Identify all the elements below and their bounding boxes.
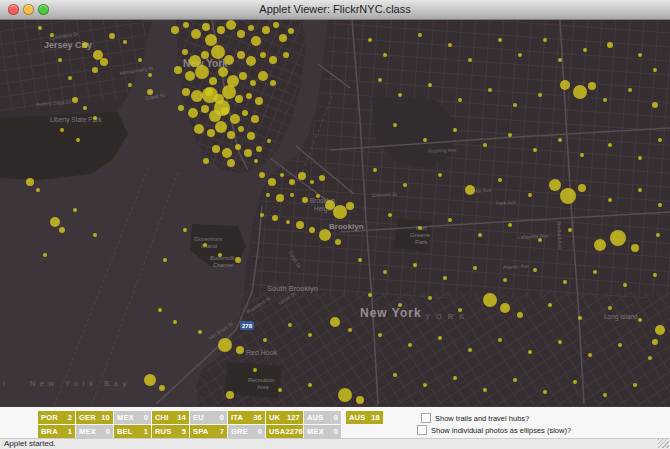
zoom-button[interactable] (38, 4, 49, 15)
photo-dot (198, 330, 202, 334)
photo-dot (144, 374, 156, 386)
minimize-button[interactable] (23, 4, 34, 15)
photo-dot (217, 26, 225, 34)
photo-dot (610, 230, 626, 246)
country-code: ITA (231, 413, 243, 422)
photo-dot (653, 68, 657, 72)
svg-text:Channel: Channel (213, 262, 234, 268)
country-count: 18 (371, 413, 380, 422)
svg-text:278: 278 (242, 323, 253, 329)
country-toggle-aus[interactable]: AUS18 (346, 411, 383, 424)
photo-dot (638, 188, 642, 192)
photo-dot (403, 183, 407, 187)
photo-dot (238, 126, 244, 132)
photo-dot (448, 218, 452, 222)
ellipses-checkbox-label: Show individual photos as ellipses (slow… (431, 426, 571, 435)
photo-dot (528, 193, 532, 197)
photo-dot (83, 106, 87, 110)
photo-dot (211, 45, 225, 59)
country-toggle-uk[interactable]: UK127 (266, 411, 303, 424)
window-titlebar[interactable]: Applet Viewer: FlickrNYC.class (0, 0, 670, 20)
country-table: POR2GER10MEX0CHI14EU0ITA36UK127AUS0AUS18… (38, 411, 384, 439)
photo-dot (483, 143, 487, 147)
close-button[interactable] (8, 4, 19, 15)
photo-dot (558, 138, 562, 142)
resize-grip[interactable] (658, 439, 669, 448)
country-code: SPA (193, 427, 208, 436)
country-toggle-bel[interactable]: BEL1 (114, 425, 151, 438)
country-toggle-aus[interactable]: AUS0 (304, 411, 341, 424)
country-toggle-eu[interactable]: EU0 (190, 411, 227, 424)
photo-dot (658, 203, 662, 207)
country-count: 0 (220, 413, 224, 422)
photo-dot (262, 26, 270, 34)
photo-dot (147, 89, 153, 95)
country-count: 0 (334, 427, 338, 436)
photo-dot (269, 56, 277, 64)
photo-dot (43, 253, 47, 257)
country-count: 14 (177, 413, 186, 422)
photo-dot (235, 144, 241, 150)
photo-dot (378, 333, 382, 337)
svg-text:Recreation: Recreation (248, 377, 275, 383)
photo-dot (358, 258, 362, 262)
country-toggle-rus[interactable]: RUS5 (152, 425, 189, 438)
photo-dot (93, 50, 103, 60)
country-count: 0 (334, 413, 338, 422)
photo-dot (100, 58, 108, 66)
country-toggle-mex[interactable]: MEX0 (76, 425, 113, 438)
trails-checkbox-row[interactable]: Show trails and travel hubs? (421, 412, 571, 424)
trails-checkbox[interactable] (421, 413, 431, 423)
svg-text:Brooklyn: Brooklyn (329, 222, 364, 231)
country-code: GRE (231, 427, 248, 436)
country-code: AUS (349, 413, 365, 422)
photo-dot (128, 83, 132, 87)
country-count: 36 (253, 413, 262, 422)
country-toggle-ita[interactable]: ITA36 (228, 411, 265, 424)
country-toggle-por[interactable]: POR2 (38, 411, 75, 424)
photo-dot (158, 308, 162, 312)
photo-dot (508, 133, 512, 137)
map-applet-canvas[interactable]: 278 Columbus DrMontgomery StGrand StAudr… (0, 20, 670, 407)
photo-dot (631, 244, 639, 252)
country-toggle-mex[interactable]: MEX0 (114, 411, 151, 424)
country-count: 7 (220, 427, 224, 436)
country-toggle-ger[interactable]: GER10 (76, 411, 113, 424)
country-toggle-usa[interactable]: USA2276 (266, 425, 303, 438)
photo-dot (468, 348, 472, 352)
country-toggle-bra[interactable]: BRA1 (38, 425, 75, 438)
photo-dot (72, 97, 78, 103)
photo-dot (308, 383, 312, 387)
photo-dot (356, 396, 364, 404)
country-count: 0 (258, 427, 262, 436)
photo-dot (655, 325, 665, 335)
photo-dot (558, 58, 562, 62)
photo-dot (272, 215, 278, 221)
photo-dot (513, 103, 517, 107)
status-text: Applet started. (4, 439, 56, 448)
photo-dot (189, 55, 201, 67)
ellipses-checkbox-row[interactable]: Show individual photos as ellipses (slow… (417, 424, 571, 436)
ellipses-checkbox[interactable] (417, 425, 427, 435)
country-toggle-mex[interactable]: MEX0 (304, 425, 341, 438)
photo-dot (273, 22, 279, 28)
photo-dot (638, 53, 642, 57)
photo-dot (418, 226, 422, 230)
photo-dot (368, 38, 372, 42)
photo-dot (325, 200, 335, 210)
country-toggle-spa[interactable]: SPA7 (190, 425, 227, 438)
svg-text:YORK: YORK (425, 312, 470, 321)
country-toggle-gre[interactable]: GRE0 (228, 425, 265, 438)
photo-dot (578, 184, 586, 192)
photo-dot (255, 97, 263, 105)
svg-text:New York: New York (360, 306, 422, 320)
photo-dot (195, 65, 209, 79)
photo-dot (658, 138, 662, 142)
photo-dot (500, 303, 510, 313)
country-toggle-chi[interactable]: CHI14 (152, 411, 189, 424)
photo-dot (276, 194, 284, 202)
photo-dot (212, 145, 220, 153)
photo-dot (398, 303, 402, 307)
photo-dot (178, 105, 184, 111)
photo-dot (603, 98, 607, 102)
